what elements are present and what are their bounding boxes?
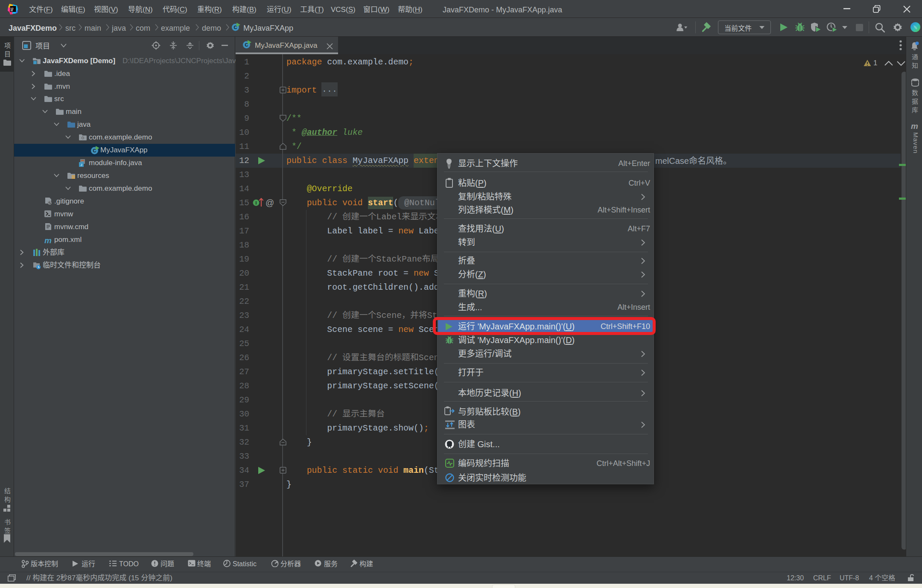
svg-text:J: J	[81, 163, 82, 167]
svg-text:IJ: IJ	[11, 7, 13, 11]
svg-text:I: I	[255, 201, 257, 205]
